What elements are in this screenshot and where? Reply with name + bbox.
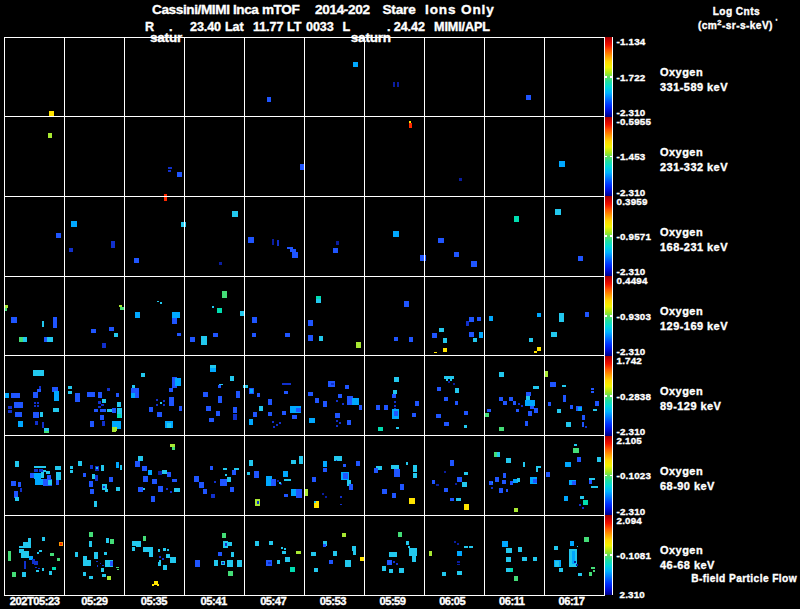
svg-text:-1.453: -1.453	[617, 151, 646, 162]
svg-text:05:53: 05:53	[320, 595, 346, 607]
svg-text:-0.9303: -0.9303	[617, 311, 652, 322]
svg-text:Lat: Lat	[225, 20, 244, 34]
svg-text:05:41: 05:41	[201, 595, 227, 607]
svg-text:168-231 keV: 168-231 keV	[660, 241, 728, 253]
svg-text:Oxygen: Oxygen	[660, 146, 703, 158]
svg-text:2014-202: 2014-202	[315, 2, 370, 17]
svg-text:1.742: 1.742	[617, 355, 643, 366]
svg-text:0.3959: 0.3959	[617, 196, 649, 207]
svg-text:0033: 0033	[306, 20, 334, 34]
svg-text:11.77: 11.77	[253, 20, 283, 34]
svg-text:Cassini/MIMI Inca mTOF: Cassini/MIMI Inca mTOF	[152, 2, 299, 17]
svg-text:06:17: 06:17	[558, 595, 584, 607]
svg-text:68-90 keV: 68-90 keV	[660, 480, 715, 492]
svg-text:231-332 keV: 231-332 keV	[660, 161, 728, 173]
svg-text:-0.1081: -0.1081	[617, 550, 652, 561]
svg-text:B-field Particle Flow: B-field Particle Flow	[691, 573, 797, 584]
svg-text:(cm2-sr-s-keV) ': (cm2-sr-s-keV) '	[698, 17, 778, 31]
svg-text:-1.134: -1.134	[617, 36, 646, 47]
svg-text:2.310: 2.310	[620, 589, 646, 600]
svg-text:Stare: Stare	[383, 2, 417, 17]
svg-text:2.094: 2.094	[617, 515, 643, 526]
svg-text:05:29: 05:29	[81, 595, 107, 607]
svg-text:-1.722: -1.722	[617, 72, 646, 83]
svg-text:05:47: 05:47	[260, 595, 286, 607]
svg-text:Log Cnts: Log Cnts	[713, 6, 760, 17]
svg-text:L: L	[343, 20, 351, 34]
svg-text:-0.5955: -0.5955	[617, 116, 652, 127]
svg-text:129-169 keV: 129-169 keV	[660, 320, 728, 332]
svg-text:331-589 keV: 331-589 keV	[660, 81, 728, 93]
svg-text:-0.2838: -0.2838	[617, 391, 652, 402]
svg-text:46-68 keV: 46-68 keV	[660, 559, 715, 571]
svg-text:-0.1023: -0.1023	[617, 470, 652, 481]
svg-text:23.40: 23.40	[190, 20, 221, 34]
svg-text:89-129 keV: 89-129 keV	[660, 400, 722, 412]
svg-text:Ions Only: Ions Only	[425, 2, 495, 17]
svg-text:24.42: 24.42	[394, 20, 425, 34]
svg-text:Oxygen: Oxygen	[660, 66, 703, 78]
svg-text:Oxygen: Oxygen	[660, 544, 703, 556]
svg-text:Oxygen: Oxygen	[660, 385, 703, 397]
svg-text:Oxygen: Oxygen	[660, 226, 703, 238]
svg-text:05:59: 05:59	[379, 595, 405, 607]
svg-text:06:11: 06:11	[499, 595, 525, 607]
svg-text:202T05:23: 202T05:23	[10, 595, 60, 607]
svg-text:-0.9571: -0.9571	[617, 231, 652, 242]
svg-text:Oxygen: Oxygen	[660, 465, 703, 477]
svg-text:0.4494: 0.4494	[617, 275, 649, 286]
svg-text:05:35: 05:35	[141, 595, 167, 607]
svg-text:LT: LT	[287, 20, 302, 34]
svg-text:Oxygen: Oxygen	[660, 305, 703, 317]
svg-text:06:05: 06:05	[439, 595, 465, 607]
svg-text:MIMI/APL: MIMI/APL	[434, 20, 490, 34]
svg-text:2.105: 2.105	[617, 435, 643, 446]
